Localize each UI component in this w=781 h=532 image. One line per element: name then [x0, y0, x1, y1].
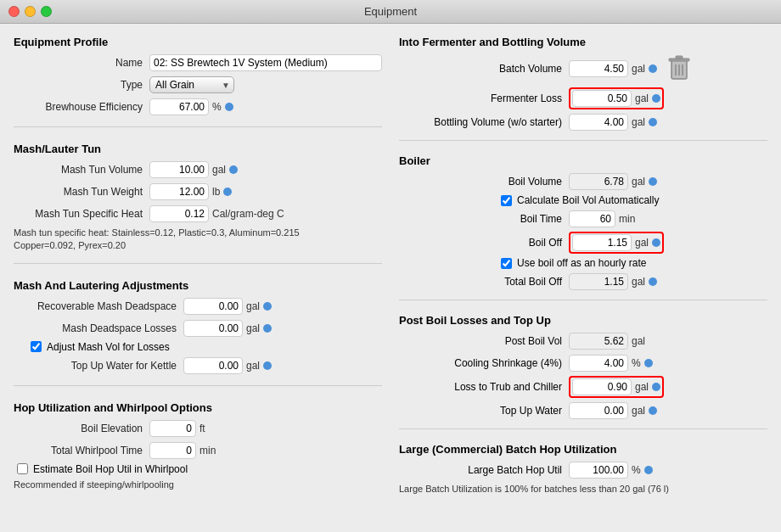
batch-volume-input[interactable]	[569, 60, 628, 77]
topup-water-row: Top Up Water gal	[399, 401, 767, 420]
deadspace-loss-dot	[263, 324, 272, 333]
mash-weight-input[interactable]	[149, 183, 209, 200]
fermenter-loss-unit: gal	[635, 92, 649, 104]
deadspace-unit: gal	[246, 300, 260, 312]
whirlpool-input[interactable]	[149, 442, 196, 459]
fermenter-loss-label: Fermenter Loss	[399, 92, 569, 104]
mash-volume-input[interactable]	[149, 161, 209, 178]
topup-water-unit: gal	[632, 405, 645, 417]
total-boil-off-label: Total Boil Off	[399, 276, 569, 288]
large-batch-util-input[interactable]	[569, 462, 628, 479]
total-boil-off-row: Total Boil Off gal	[399, 272, 767, 291]
window-controls	[8, 6, 52, 17]
topup-water-input[interactable]	[569, 402, 628, 419]
cooling-shrinkage-dot	[644, 359, 653, 367]
efficiency-label: Brewhouse Efficiency	[14, 101, 149, 113]
post-boil-vol-unit: gal	[632, 335, 645, 347]
minimize-button[interactable]	[25, 6, 36, 17]
mash-weight-dot	[223, 188, 232, 196]
bottling-input[interactable]	[569, 114, 628, 131]
deadspace-loss-input[interactable]	[183, 320, 243, 337]
adjust-mash-row: Adjust Mash Vol for Losses	[14, 341, 382, 353]
fermenter-loss-highlight: gal	[569, 87, 664, 109]
specific-heat-label: Mash Tun Specific Heat	[14, 208, 149, 220]
recommended-note: Recommended if steeping/whirlpooling	[14, 479, 382, 491]
calc-boil-checkbox[interactable]	[501, 195, 512, 206]
total-boil-off-input[interactable]	[569, 273, 628, 290]
large-batch-util-label: Large Batch Hop Util	[399, 464, 569, 476]
name-input[interactable]	[149, 54, 382, 71]
boil-volume-dot	[649, 177, 657, 186]
deadspace-input[interactable]	[183, 298, 243, 315]
cooling-shrinkage-unit: %	[632, 357, 641, 369]
type-select[interactable]: All Grain Extract Partial Mash	[149, 76, 234, 93]
mash-adjustments-title: Mash And Lautering Adjustments	[14, 279, 382, 292]
topup-kettle-row: Top Up Water for Kettle gal	[14, 356, 382, 375]
cooling-shrinkage-row: Cooling Shrinkage (4%) %	[399, 354, 767, 372]
loss-trub-input[interactable]	[572, 378, 632, 395]
trash-icon	[666, 53, 692, 84]
hop-options-title: Hop Utilization and Whirlpool Options	[14, 401, 382, 414]
fermenter-title: Into Fermenter and Bottling Volume	[399, 36, 767, 48]
boil-time-row: Boil Time min	[399, 210, 767, 228]
deadspace-loss-label: Mash Deadspace Losses	[14, 322, 183, 334]
elevation-label: Boil Elevation	[14, 423, 149, 434]
trash-icon-wrap[interactable]	[664, 53, 694, 84]
deadspace-dot	[263, 302, 272, 311]
post-boil-vol-label: Post Boil Vol	[399, 335, 569, 347]
cooling-shrinkage-label: Cooling Shrinkage (4%)	[399, 357, 569, 369]
topup-kettle-dot	[263, 361, 272, 370]
estimate-hop-checkbox[interactable]	[17, 463, 28, 474]
bottling-unit: gal	[632, 116, 645, 128]
efficiency-unit: %	[212, 101, 222, 113]
post-boil-vol-row: Post Boil Vol gal	[399, 332, 767, 350]
boil-time-input[interactable]	[569, 210, 615, 227]
large-batch-title: Large (Commercial) Batch Hop Utilization	[399, 443, 767, 456]
adjust-mash-label: Adjust Mash Vol for Losses	[47, 341, 170, 353]
topup-water-label: Top Up Water	[399, 405, 569, 417]
hourly-rate-checkbox[interactable]	[501, 258, 512, 269]
cooling-shrinkage-input[interactable]	[569, 355, 628, 372]
mash-specific-heat-note: Mash tun specific heat: Stainless=0.12, …	[14, 227, 382, 253]
hourly-rate-row: Use boil off as an hourly rate	[399, 257, 767, 269]
efficiency-info-dot	[225, 103, 233, 111]
left-column: Equipment Profile Name Type All Grain Ex…	[14, 36, 382, 520]
bottling-label: Bottling Volume (w/o starter)	[399, 116, 569, 128]
name-row: Name	[14, 53, 382, 72]
topup-kettle-label: Top Up Water for Kettle	[14, 360, 183, 372]
adjust-mash-checkbox[interactable]	[31, 341, 42, 352]
fermenter-loss-input[interactable]	[572, 90, 632, 107]
hourly-rate-label: Use boil off as an hourly rate	[517, 257, 647, 269]
boil-off-input[interactable]	[572, 234, 632, 251]
elevation-input[interactable]	[149, 420, 196, 437]
mash-volume-dot	[229, 165, 238, 174]
boil-time-label: Boil Time	[399, 213, 569, 225]
loss-trub-highlight: gal	[569, 376, 664, 398]
calc-boil-row: Calculate Boil Vol Automatically	[399, 194, 767, 206]
batch-volume-unit: gal	[632, 63, 645, 75]
boil-time-unit: min	[619, 213, 635, 225]
batch-volume-dot	[649, 64, 657, 73]
specific-heat-row: Mash Tun Specific Heat Cal/gram-deg C	[14, 204, 382, 223]
deadspace-loss-unit: gal	[246, 322, 260, 334]
maximize-button[interactable]	[41, 6, 52, 17]
post-boil-vol-input[interactable]	[569, 333, 628, 350]
type-row: Type All Grain Extract Partial Mash ▼	[14, 76, 382, 94]
boil-volume-label: Boil Volume	[399, 176, 569, 188]
window-title: Equipment	[364, 5, 417, 18]
mash-volume-row: Mash Tun Volume gal	[14, 160, 382, 179]
boiler-title: Boiler	[399, 154, 767, 167]
topup-kettle-input[interactable]	[183, 357, 243, 374]
name-label: Name	[14, 57, 149, 69]
mash-weight-unit: lb	[212, 186, 220, 198]
specific-heat-input[interactable]	[149, 205, 209, 222]
elevation-unit: ft	[199, 423, 205, 434]
elevation-row: Boil Elevation ft	[14, 419, 382, 438]
close-button[interactable]	[8, 6, 20, 17]
efficiency-input[interactable]	[149, 98, 209, 115]
boil-volume-input[interactable]	[569, 173, 628, 190]
boil-off-row: Boil Off gal	[399, 232, 767, 254]
topup-kettle-unit: gal	[246, 360, 260, 372]
deadspace-loss-row: Mash Deadspace Losses gal	[14, 319, 382, 338]
type-select-wrap: All Grain Extract Partial Mash ▼	[149, 76, 234, 93]
